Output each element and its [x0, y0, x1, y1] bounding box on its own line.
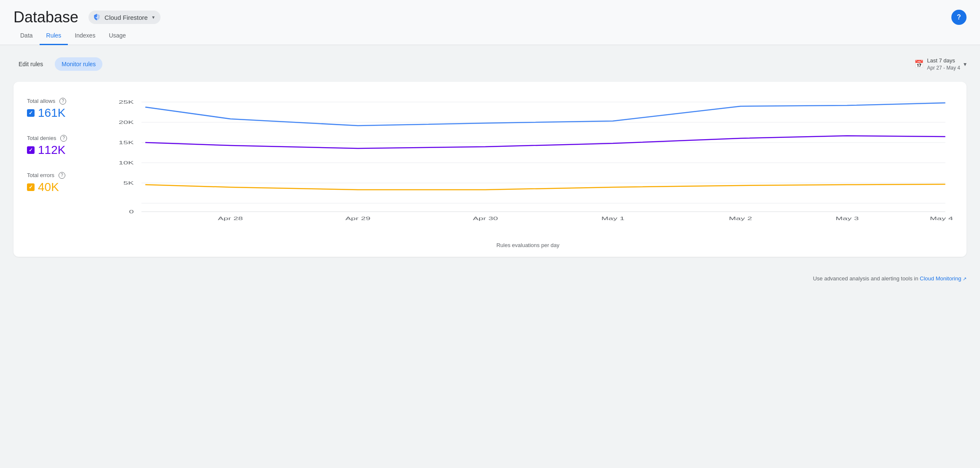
- legend-item-denies: Total denies ? ✓ 112K: [27, 135, 103, 157]
- errors-label: Total errors: [27, 172, 54, 178]
- errors-value: 40K: [38, 180, 59, 194]
- toolbar: Edit rules Monitor rules 📅 Last 7 days A…: [13, 57, 967, 72]
- date-range-picker[interactable]: 📅 Last 7 days Apr 27 - May 4 ▾: [914, 57, 967, 72]
- svg-text:May 3: May 3: [835, 216, 859, 221]
- svg-text:15K: 15K: [118, 140, 134, 145]
- svg-text:25K: 25K: [118, 100, 134, 105]
- denies-checkbox[interactable]: ✓: [27, 146, 35, 154]
- svg-text:Apr 29: Apr 29: [345, 216, 370, 221]
- allows-checkbox[interactable]: ✓: [27, 109, 35, 117]
- svg-text:10K: 10K: [118, 160, 134, 165]
- chevron-down-icon: ▾: [152, 14, 155, 20]
- help-button[interactable]: ?: [951, 10, 967, 25]
- external-link-icon: ↗: [963, 276, 967, 281]
- chart-layout: Total allows ? ✓ 161K Total: [27, 94, 953, 248]
- chart-svg: 25K 20K 15K 10K 5K 0 Apr 28 Apr 29 Apr 3…: [103, 94, 953, 239]
- denies-value: 112K: [38, 143, 65, 157]
- header: Database Cloud Firestore ▾ ?: [0, 0, 980, 26]
- chart-area: 25K 20K 15K 10K 5K 0 Apr 28 Apr 29 Apr 3…: [103, 94, 953, 248]
- legend-item-allows: Total allows ? ✓ 161K: [27, 98, 103, 120]
- date-range-chevron-icon: ▾: [964, 61, 967, 67]
- tab-data[interactable]: Data: [13, 26, 40, 45]
- nav-tabs: Data Rules Indexes Usage: [0, 26, 980, 45]
- edit-rules-button[interactable]: Edit rules: [13, 57, 48, 71]
- svg-text:5K: 5K: [123, 180, 134, 186]
- denies-help-icon[interactable]: ?: [60, 135, 67, 142]
- chart-card: Total allows ? ✓ 161K Total: [13, 82, 967, 257]
- errors-help-icon[interactable]: ?: [59, 172, 65, 179]
- calendar-icon: 📅: [914, 59, 924, 69]
- chart-x-axis-label: Rules evaluations per day: [103, 242, 953, 248]
- allows-label: Total allows: [27, 98, 55, 104]
- svg-text:May 2: May 2: [729, 216, 752, 221]
- svg-text:Apr 28: Apr 28: [218, 216, 243, 221]
- svg-text:May 4: May 4: [930, 216, 953, 221]
- chart-legend: Total allows ? ✓ 161K Total: [27, 94, 103, 248]
- footer: Use advanced analysis and alerting tools…: [0, 269, 980, 288]
- product-name: Cloud Firestore: [104, 14, 148, 21]
- denies-label: Total denies: [27, 135, 56, 141]
- product-badge[interactable]: Cloud Firestore ▾: [88, 11, 161, 24]
- footer-note-text: Use advanced analysis and alerting tools…: [813, 275, 918, 282]
- svg-text:Apr 30: Apr 30: [473, 216, 498, 221]
- tab-rules[interactable]: Rules: [40, 26, 68, 45]
- tab-usage[interactable]: Usage: [102, 26, 132, 45]
- page: Database Cloud Firestore ▾ ? Data Rules …: [0, 0, 980, 288]
- svg-text:May 1: May 1: [601, 216, 624, 221]
- allows-help-icon[interactable]: ?: [59, 98, 66, 105]
- monitor-rules-button[interactable]: Monitor rules: [55, 57, 102, 71]
- date-range-main: Last 7 days: [927, 57, 960, 65]
- allows-value: 161K: [38, 106, 65, 120]
- svg-text:0: 0: [129, 209, 134, 214]
- legend-item-errors: Total errors ? ✓ 40K: [27, 172, 103, 194]
- date-range-sub: Apr 27 - May 4: [927, 65, 960, 72]
- svg-text:20K: 20K: [118, 120, 134, 125]
- tab-indexes[interactable]: Indexes: [68, 26, 102, 45]
- firestore-icon: [93, 13, 101, 22]
- page-title: Database: [13, 8, 78, 26]
- cloud-monitoring-link[interactable]: Cloud Monitoring ↗: [920, 275, 967, 282]
- errors-checkbox[interactable]: ✓: [27, 183, 35, 191]
- content: Edit rules Monitor rules 📅 Last 7 days A…: [0, 45, 980, 269]
